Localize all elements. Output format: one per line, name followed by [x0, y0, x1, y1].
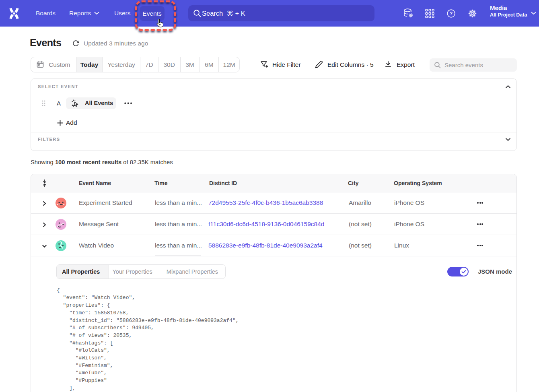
svg-text:?: ?	[450, 11, 453, 17]
